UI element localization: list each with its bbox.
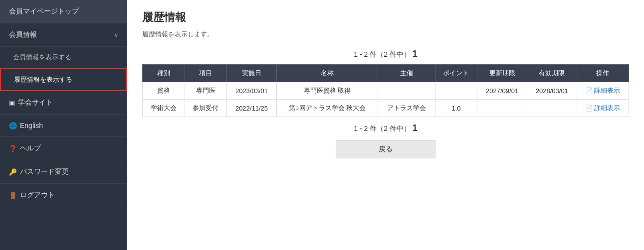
page-title: 履歴情報 <box>142 10 629 25</box>
sidebar-item-label: パスワード変更 <box>20 167 69 176</box>
col-header-organizer: 主催 <box>378 65 435 82</box>
col-header-name: 名称 <box>276 65 378 82</box>
col-header-type: 種別 <box>143 65 185 82</box>
cell-item: 専門医 <box>185 82 227 100</box>
sidebar-item-english[interactable]: 🌐 English <box>0 115 127 137</box>
pagination-bottom-text: 1 - 2 件（2 件中） <box>354 125 411 132</box>
back-button[interactable]: 戻る <box>336 140 435 158</box>
cell-organizer <box>378 82 435 100</box>
sidebar-item-label: ログアウト <box>20 191 55 200</box>
sidebar-item-help[interactable]: ❓ ヘルプ <box>0 137 127 160</box>
cell-update-limit: 2027/09/01 <box>477 82 527 100</box>
col-header-action: 操作 <box>577 65 629 82</box>
help-icon: ❓ <box>9 145 17 152</box>
sidebar-item-logout[interactable]: 🚪 ログアウト <box>0 184 127 207</box>
sidebar-item-view-history[interactable]: 履歴情報を表示する <box>0 68 127 91</box>
sidebar-item-mypage-top[interactable]: 会員マイページトップ <box>0 0 127 23</box>
pagination-top-text: 1 - 2 件（2 件中） <box>354 50 411 58</box>
sidebar-item-label: ヘルプ <box>20 144 41 153</box>
sidebar-item-gakkai-site[interactable]: ▣ 学会サイト <box>0 91 127 115</box>
cell-type: 学術大会 <box>143 100 185 117</box>
history-table: 種別 項目 実施日 名称 主催 ポイント 更新期限 有効期限 操作 資格 専門医… <box>142 64 629 117</box>
col-header-update-limit: 更新期限 <box>477 65 527 82</box>
col-header-date: 実施日 <box>227 65 277 82</box>
cell-points: 1.0 <box>435 100 477 117</box>
table-row: 学術大会 参加受付 2022/11/25 第○回アトラス学会 秋大会 アトラス学… <box>143 100 629 117</box>
pagination-top-num: 1 <box>413 49 418 59</box>
globe-icon: 🌐 <box>9 122 17 129</box>
cell-item: 参加受付 <box>185 100 227 117</box>
page-subtitle: 履歴情報を表示します。 <box>142 30 629 39</box>
cell-update-limit <box>477 100 527 117</box>
cell-expiry: 2028/03/01 <box>527 82 577 100</box>
sidebar: 会員マイページトップ 会員情報 ∨ 会員情報を表示する 履歴情報を表示する ▣ … <box>0 0 127 250</box>
col-header-points: ポイント <box>435 65 477 82</box>
logout-icon: 🚪 <box>9 192 17 199</box>
sidebar-item-view-member-info[interactable]: 会員情報を表示する <box>0 47 127 68</box>
cell-date: 2022/11/25 <box>227 100 277 117</box>
cell-name: 第○回アトラス学会 秋大会 <box>276 100 378 117</box>
external-link-icon: ▣ <box>9 99 15 107</box>
sidebar-item-label: English <box>20 122 43 129</box>
table-row: 資格 専門医 2023/03/01 専門医資格 取得 2027/09/01 20… <box>143 82 629 100</box>
key-icon: 🔑 <box>9 168 17 176</box>
sidebar-item-label: 会員情報 <box>9 30 37 39</box>
cell-date: 2023/03/01 <box>227 82 277 100</box>
cell-organizer: アトラス学会 <box>378 100 435 117</box>
sidebar-item-label: 会員マイページトップ <box>9 7 79 16</box>
cell-action[interactable]: 詳細表示 <box>577 82 629 100</box>
sidebar-sub-item-label: 履歴情報を表示する <box>14 76 72 83</box>
sidebar-item-member-info[interactable]: 会員情報 ∨ <box>0 23 127 47</box>
main-content: 履歴情報 履歴情報を表示します。 1 - 2 件（2 件中） 1 種別 項目 実… <box>127 0 644 250</box>
col-header-expiry: 有効期限 <box>527 65 577 82</box>
pagination-bottom-num: 1 <box>413 123 418 133</box>
cell-type: 資格 <box>143 82 185 100</box>
detail-link-1[interactable]: 詳細表示 <box>586 87 620 94</box>
pagination-top: 1 - 2 件（2 件中） 1 <box>142 49 629 59</box>
cell-points <box>435 82 477 100</box>
cell-expiry <box>527 100 577 117</box>
pagination-bottom: 1 - 2 件（2 件中） 1 <box>142 123 629 133</box>
cell-action[interactable]: 詳細表示 <box>577 100 629 117</box>
sidebar-item-label: 学会サイト <box>18 98 53 107</box>
chevron-down-icon: ∨ <box>114 32 118 38</box>
table-header-row: 種別 項目 実施日 名称 主催 ポイント 更新期限 有効期限 操作 <box>143 65 629 82</box>
sidebar-item-password-change[interactable]: 🔑 パスワード変更 <box>0 160 127 184</box>
detail-link-2[interactable]: 詳細表示 <box>586 104 620 112</box>
cell-name: 専門医資格 取得 <box>276 82 378 100</box>
col-header-item: 項目 <box>185 65 227 82</box>
sidebar-sub-item-label: 会員情報を表示する <box>13 53 71 61</box>
